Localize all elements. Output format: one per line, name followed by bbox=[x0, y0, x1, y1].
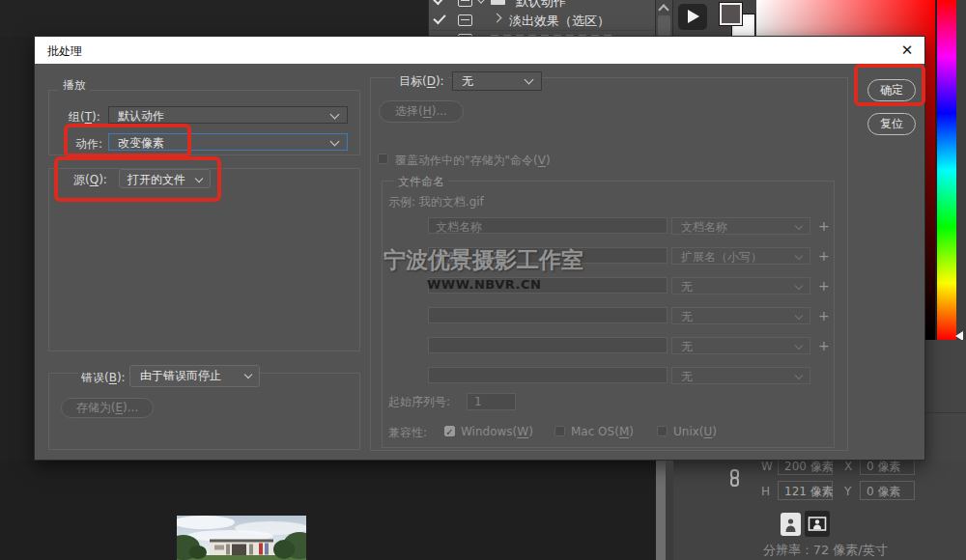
destination-label: 目标(D): bbox=[395, 73, 448, 90]
compatibility-label: 兼容性: bbox=[388, 425, 427, 441]
naming-part-select[interactable]: 无 bbox=[671, 337, 810, 354]
serial-input[interactable]: 1 bbox=[467, 393, 516, 410]
dialog-titlebar[interactable]: 批处理 ✕ bbox=[35, 37, 924, 64]
play-icon bbox=[688, 10, 699, 23]
chevron-down-icon bbox=[795, 372, 803, 379]
play-action-button[interactable] bbox=[678, 4, 707, 30]
error-label: 错误(B): bbox=[78, 370, 128, 386]
naming-part-select[interactable]: 无 bbox=[671, 367, 810, 384]
choose-button[interactable]: 选择(H)... bbox=[379, 100, 464, 123]
chevron-down-icon bbox=[330, 110, 340, 120]
error-select[interactable]: 由于错误而停止 bbox=[129, 365, 260, 387]
portrait-icon bbox=[781, 513, 801, 536]
dialog-title: 批处理 bbox=[47, 43, 82, 60]
actions-toolbar bbox=[672, 0, 757, 37]
naming-part-select[interactable]: 无 bbox=[671, 307, 810, 324]
save-as-button[interactable]: 存储为(E)... bbox=[61, 398, 154, 418]
height-label: H bbox=[761, 485, 770, 498]
chevron-right-icon[interactable] bbox=[493, 14, 502, 23]
plus-sign: + bbox=[818, 338, 830, 353]
watermark-url: WWW.NBVR.CN bbox=[427, 277, 541, 292]
plus-sign: + bbox=[818, 248, 830, 264]
picker-right-gutter bbox=[956, 0, 966, 340]
override-save-as-label: 覆盖动作中的"存储为"命令(V) bbox=[395, 153, 551, 169]
close-icon[interactable]: ✕ bbox=[898, 42, 916, 59]
dialog-toggle-icon[interactable] bbox=[458, 0, 472, 7]
plus-sign: + bbox=[818, 218, 830, 234]
chevron-down-icon[interactable] bbox=[475, 0, 486, 4]
watermark-studio-name: 宁波优景摄影工作室 bbox=[384, 245, 583, 275]
plus-sign: + bbox=[818, 278, 830, 294]
chevron-down-icon bbox=[795, 222, 803, 230]
reset-button[interactable]: 复位 bbox=[867, 113, 916, 135]
compat-checkbox[interactable] bbox=[657, 426, 668, 436]
dialog-toggle-icon[interactable] bbox=[458, 14, 472, 26]
landscape-icon bbox=[805, 511, 830, 537]
document-photo-thumbnail bbox=[177, 516, 306, 560]
action-enabled-check-icon[interactable] bbox=[433, 12, 445, 25]
action-set-name[interactable]: 默认动作 bbox=[516, 0, 566, 11]
compat-checkbox[interactable]: ✓ bbox=[444, 426, 455, 436]
action-set-select[interactable]: 默认动作 bbox=[108, 106, 348, 124]
naming-part-value: 无 bbox=[681, 279, 693, 295]
scrollbar-thumb[interactable] bbox=[658, 15, 670, 37]
naming-field-input[interactable]: 文档名称 bbox=[428, 217, 668, 234]
chevron-down-icon bbox=[525, 75, 534, 85]
naming-part-value: 文档名称 bbox=[681, 219, 727, 236]
orientation-landscape-button[interactable] bbox=[805, 511, 830, 537]
actions-row-default-set[interactable]: 默认动作 bbox=[429, 0, 656, 10]
naming-part-value: 扩展名（小写） bbox=[681, 249, 762, 266]
compat-label: Windows(W) bbox=[461, 425, 533, 438]
actions-panel: 默认动作 淡出效果（选区） bbox=[428, 0, 656, 37]
scroll-up-icon[interactable] bbox=[658, 4, 668, 14]
naming-example: 示例: 我的文档.gif bbox=[388, 194, 484, 210]
chevron-down-icon bbox=[330, 137, 340, 147]
panel-gap bbox=[666, 461, 673, 560]
annotation-box-ok bbox=[854, 64, 925, 106]
play-group-legend: 播放 bbox=[59, 77, 90, 94]
hue-slider[interactable] bbox=[937, 0, 956, 340]
override-save-as-checkbox[interactable] bbox=[378, 154, 388, 164]
destination-select[interactable]: 无 bbox=[452, 71, 542, 91]
compat-checkbox[interactable] bbox=[554, 426, 565, 436]
chevron-down-icon bbox=[795, 282, 803, 290]
naming-field-input[interactable] bbox=[428, 307, 668, 323]
naming-part-select[interactable]: 无 bbox=[671, 277, 810, 294]
chevron-down-icon bbox=[795, 342, 803, 350]
naming-part-value: 无 bbox=[681, 369, 693, 385]
compat-label: Mac OS(M) bbox=[571, 425, 634, 438]
naming-field-text: 文档名称 bbox=[436, 219, 482, 236]
transform-panel: W 200 像素 X 0 像素 H 121 像素 Y 0 像素 bbox=[666, 461, 966, 560]
file-naming-legend: 文件命名 bbox=[394, 174, 448, 190]
compat-label: Unix(U) bbox=[673, 425, 717, 438]
chevron-down-icon bbox=[244, 371, 252, 378]
action-name[interactable]: 淡出效果（选区） bbox=[509, 13, 610, 30]
width-label: W bbox=[761, 460, 773, 473]
naming-field-input[interactable] bbox=[428, 337, 668, 353]
y-field[interactable]: 0 像素 bbox=[860, 481, 915, 500]
chevron-down-icon bbox=[795, 312, 803, 320]
resolution-text: 分辨率 : 72 像素/英寸 bbox=[763, 542, 888, 559]
folder-icon bbox=[491, 0, 505, 5]
plus-sign: + bbox=[818, 308, 830, 323]
height-field[interactable]: 121 像素 bbox=[778, 481, 833, 500]
canvas-area-top bbox=[0, 0, 428, 37]
actions-scrollbar[interactable] bbox=[655, 0, 673, 37]
naming-part-select[interactable]: 扩展名（小写） bbox=[671, 247, 810, 265]
naming-part-select[interactable]: 文档名称 bbox=[671, 217, 810, 235]
actions-row-fade-effect[interactable]: 淡出效果（选区） bbox=[429, 11, 656, 29]
serial-label: 起始序列号: bbox=[388, 394, 450, 410]
canvas-area-bottom bbox=[0, 461, 656, 560]
annotation-box-source bbox=[54, 156, 221, 202]
foreground-color-swatch[interactable] bbox=[720, 3, 742, 25]
y-label: Y bbox=[844, 485, 851, 498]
panel-divider bbox=[925, 412, 966, 413]
naming-part-value: 无 bbox=[681, 339, 693, 355]
naming-part-value: 无 bbox=[681, 309, 693, 325]
action-enabled-check-icon[interactable] bbox=[433, 0, 445, 5]
naming-field-input[interactable] bbox=[428, 367, 668, 383]
link-dimensions-icon[interactable] bbox=[730, 469, 739, 487]
document-scrollbar[interactable] bbox=[656, 461, 666, 560]
x-label: X bbox=[844, 460, 852, 473]
orientation-portrait-button[interactable] bbox=[781, 513, 801, 536]
